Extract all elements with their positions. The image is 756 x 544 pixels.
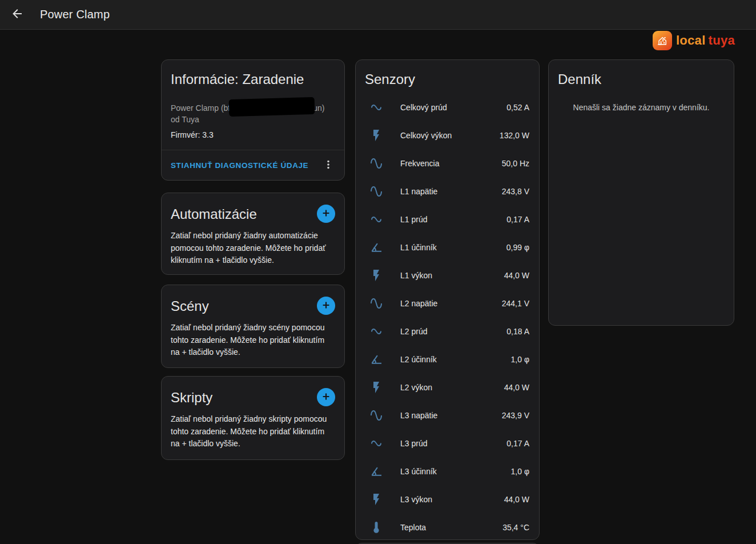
logbook-card: Denník Nenašli sa žiadne záznamy v denní… <box>548 59 734 326</box>
device-menu-button[interactable] <box>317 154 340 177</box>
sensor-row[interactable]: L1 účinník 0,99 φ <box>356 233 539 261</box>
sensor-row[interactable]: L2 prúd 0,18 A <box>356 317 539 345</box>
plus-icon <box>320 299 332 313</box>
sensor-label: L2 napätie <box>400 299 437 308</box>
sine-wave-icon <box>369 157 383 170</box>
sensor-row[interactable]: Frekvencia 50,0 Hz <box>356 149 539 177</box>
sensor-value: 0,52 A <box>506 103 529 112</box>
sensor-row[interactable]: L3 výkon 44,0 W <box>356 485 539 513</box>
sensor-label: L1 napätie <box>400 187 437 196</box>
current-ac-icon <box>369 101 383 114</box>
device-name-visible-start: Power Clamp (bf <box>171 102 230 114</box>
sensor-row[interactable]: L3 napätie 243,9 V <box>356 401 539 429</box>
sensor-value: 1,0 φ <box>511 467 529 476</box>
localtuya-house-icon <box>653 31 672 50</box>
brand-local-text: local <box>676 33 706 47</box>
sensor-label: L3 napätie <box>400 411 437 420</box>
scenes-title: Scény <box>171 298 209 314</box>
sensor-value: 0,17 A <box>506 439 529 448</box>
sensor-row[interactable]: Teplota 35,4 °C <box>356 513 539 541</box>
localtuya-wordmark: localtuya <box>676 33 735 48</box>
sensor-label: Frekvencia <box>400 159 439 168</box>
sensor-label: L1 účinník <box>400 243 437 252</box>
scripts-empty-text: Zatiaľ nebol pridaný žiadny skripty pomo… <box>162 406 344 450</box>
current-ac-icon <box>369 325 383 338</box>
sensor-label: L1 výkon <box>400 271 432 280</box>
flash-icon <box>369 381 383 394</box>
sensor-label: Teplota <box>400 523 426 532</box>
sensor-label: L3 účinník <box>400 467 437 476</box>
scenes-empty-text: Zatiaľ nebol pridaný žiadny scény pomoco… <box>162 315 344 359</box>
sensor-row[interactable]: L3 účinník 1,0 φ <box>356 457 539 485</box>
download-diagnostics-button[interactable]: STIAHNUŤ DIAGNOSTICKÉ ÚDAJE <box>171 161 308 170</box>
automations-title: Automatizácie <box>171 206 257 222</box>
sensors-card: Senzory Celkový prúd 0,52 A Celkový výko… <box>355 59 540 540</box>
sensor-value: 35,4 °C <box>502 523 529 532</box>
back-button[interactable] <box>6 3 29 26</box>
add-automation-button[interactable] <box>317 205 335 223</box>
add-script-button[interactable] <box>317 388 335 406</box>
thermometer-icon <box>369 521 383 534</box>
scripts-card: Skripty Zatiaľ nebol pridaný žiadny skri… <box>161 376 345 460</box>
current-ac-icon <box>369 437 383 450</box>
flash-icon <box>369 269 383 282</box>
angle-acute-icon <box>369 241 383 254</box>
automations-empty-text: Zatiaľ nebol pridaný žiadny automatizáci… <box>162 223 344 267</box>
localtuya-logo: localtuya <box>653 31 735 50</box>
device-info-actions: STIAHNUŤ DIAGNOSTICKÉ ÚDAJE <box>162 150 344 180</box>
device-info-card: Informácie: Zaradenie Power Clamp (bfun)… <box>161 59 345 181</box>
sensor-value: 0,17 A <box>506 215 529 224</box>
sensor-value: 0,99 φ <box>506 243 529 252</box>
angle-acute-icon <box>369 465 383 478</box>
sensor-value: 1,0 φ <box>511 355 529 364</box>
dots-vertical-icon <box>322 158 335 173</box>
device-name-line: Power Clamp (bfun) od Tuya <box>171 102 335 125</box>
app-header: Power Clamp <box>0 0 756 30</box>
device-page: Power Clamp localtuya Informácie: Zarade… <box>0 0 756 544</box>
sensor-row[interactable]: L3 prúd 0,17 A <box>356 429 539 457</box>
scripts-title: Skripty <box>171 390 212 406</box>
sensor-row[interactable]: L2 účinník 1,0 φ <box>356 345 539 373</box>
sensor-row[interactable]: L1 napätie 243,8 V <box>356 177 539 205</box>
plus-icon <box>320 207 332 221</box>
sensor-label: L2 výkon <box>400 383 432 392</box>
scenes-card: Scény Zatiaľ nebol pridaný žiadny scény … <box>161 285 345 368</box>
brand-tuya-text: tuya <box>709 33 735 47</box>
logbook-empty-text: Nenašli sa žiadne záznamy v denníku. <box>558 103 725 112</box>
page-title: Power Clamp <box>40 8 110 21</box>
sensor-value: 244,1 V <box>502 299 529 308</box>
sensor-value: 0,18 A <box>506 327 529 336</box>
sine-wave-icon <box>369 297 383 310</box>
sensor-label: L3 prúd <box>400 439 427 448</box>
sensor-label: L1 prúd <box>400 215 427 224</box>
sensor-value: 44,0 W <box>504 495 529 504</box>
flash-icon <box>369 493 383 506</box>
sensor-value: 243,8 V <box>502 187 529 196</box>
sine-wave-icon <box>369 185 383 198</box>
automations-card: Automatizácie Zatiaľ nebol pridaný žiadn… <box>161 193 345 275</box>
sensor-row[interactable]: L2 napätie 244,1 V <box>356 289 539 317</box>
sensor-row[interactable]: Celkový výkon 132,0 W <box>356 121 539 149</box>
sensor-row[interactable]: Celkový prúd 0,52 A <box>356 93 539 121</box>
sensor-label: L3 výkon <box>400 495 432 504</box>
sensor-label: Celkový prúd <box>400 103 447 112</box>
current-ac-icon <box>369 213 383 226</box>
sensor-label: Celkový výkon <box>400 131 452 140</box>
logbook-title: Denník <box>558 71 725 87</box>
arrow-left-icon <box>10 7 24 22</box>
sensor-value: 44,0 W <box>504 383 529 392</box>
add-scene-button[interactable] <box>317 297 335 315</box>
sensor-value: 132,0 W <box>500 131 529 140</box>
sensor-row[interactable]: L2 výkon 44,0 W <box>356 373 539 401</box>
flash-icon <box>369 129 383 142</box>
angle-acute-icon <box>369 353 383 366</box>
plus-icon <box>320 391 332 404</box>
sensor-row[interactable]: L1 prúd 0,17 A <box>356 205 539 233</box>
sensor-label: L2 účinník <box>400 355 437 364</box>
firmware-version: Firmvér: 3.3 <box>171 129 335 141</box>
device-info-title: Informácie: Zaradenie <box>171 71 335 87</box>
sensor-row[interactable]: L1 výkon 44,0 W <box>356 261 539 289</box>
sensor-value: 243,9 V <box>502 411 529 420</box>
sensor-value: 44,0 W <box>504 271 529 280</box>
sensor-value: 50,0 Hz <box>502 159 529 168</box>
